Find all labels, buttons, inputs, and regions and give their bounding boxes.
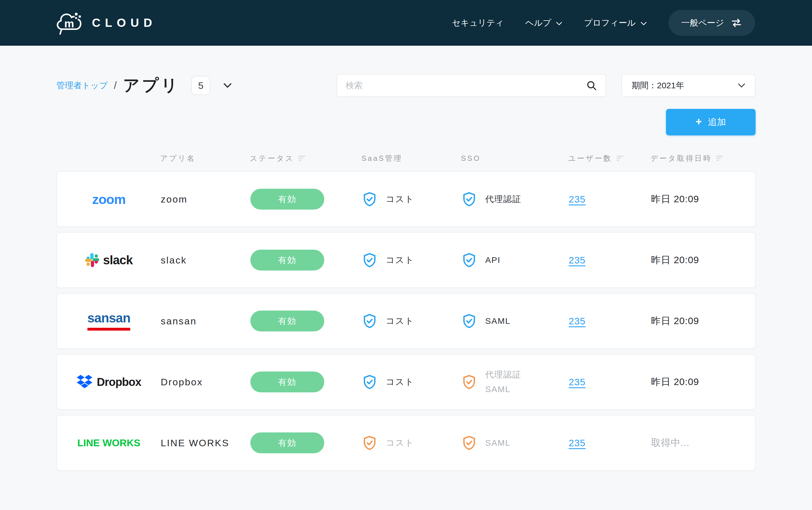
status-badge: 有効	[250, 189, 324, 209]
search-input[interactable]	[345, 81, 586, 90]
fetch-date: 昨日 20:09	[651, 254, 699, 266]
table-row: LINE WORKS LINE WORKS 有効 コスト SAML 235 取得…	[56, 415, 756, 471]
app-logo: Dropbox	[57, 375, 161, 389]
column-header[interactable]: データ取得日時	[651, 153, 756, 163]
saas-label: コスト	[386, 315, 414, 327]
sso-labels: SAML	[485, 314, 511, 328]
sso-cell: SAML	[461, 313, 569, 329]
nav-menu: セキュリティ ヘルプ プロフィール 一般ページ	[452, 10, 755, 36]
table-row: Dropbox Dropbox 有効 コスト 代理認証SAML 235 昨日 2…	[56, 354, 756, 410]
search-box	[337, 74, 606, 97]
add-button-label: 追加	[708, 116, 726, 129]
sso-labels: SAML	[485, 435, 511, 450]
saas-label: コスト	[386, 376, 414, 388]
fetch-date: 昨日 20:09	[651, 314, 699, 328]
shield-check-icon	[362, 374, 377, 390]
fetch-date: 取得中...	[651, 436, 689, 449]
svg-text:m: m	[64, 17, 74, 30]
fetch-date: 昨日 20:09	[651, 193, 699, 206]
shield-check-icon	[362, 435, 377, 451]
toolbar: 管理者トップ / アプリ 5 期間：2021年	[56, 74, 756, 97]
table-header-row: アプリ名 ステータス SaaS管理 SSO ユーザー数 データ取得日時	[56, 153, 756, 163]
period-label: 期間：2021年	[632, 80, 684, 91]
status-badge: 有効	[250, 250, 324, 271]
shield-check-icon	[461, 435, 477, 451]
column-header[interactable]: ステータス	[250, 153, 361, 163]
sso-cell: 代理認証SAML	[461, 367, 569, 397]
chevron-down-icon	[640, 22, 647, 26]
chevron-down-icon	[556, 22, 563, 26]
shield-check-icon	[461, 374, 477, 390]
fetch-date: 昨日 20:09	[651, 375, 699, 389]
shield-check-icon	[362, 252, 377, 268]
column-header[interactable]: ユーザー数	[568, 153, 651, 163]
app-logo: LINE WORKS	[57, 437, 161, 449]
brand-text: CLOUD	[92, 16, 156, 30]
sso-labels: 代理認証SAML	[485, 367, 521, 397]
saas-cell: コスト	[362, 313, 461, 329]
table-row: slack slack 有効 コスト API 235 昨日 20:09	[56, 232, 756, 288]
app-name: Dropbox	[161, 376, 250, 388]
cloud-logo-icon: m	[56, 11, 85, 35]
top-navbar: m CLOUD セキュリティ ヘルプ プロフィール 一般ページ	[0, 0, 812, 46]
title-chevron-down-icon[interactable]	[223, 83, 232, 88]
app-name: slack	[161, 255, 250, 266]
column-header[interactable]: アプリ名	[160, 153, 250, 163]
app-logo: sansan	[57, 311, 161, 331]
search-icon[interactable]	[586, 80, 597, 91]
user-count-link[interactable]: 235	[569, 194, 585, 205]
saas-label: コスト	[386, 254, 414, 266]
saas-cell: コスト	[362, 252, 461, 268]
user-count-link[interactable]: 235	[569, 316, 585, 327]
app-name: LINE WORKS	[161, 437, 250, 449]
sso-cell: 代理認証	[461, 192, 569, 207]
app-logo: slack	[57, 253, 161, 267]
page-switch-label: 一般ページ	[682, 17, 724, 29]
saas-cell: コスト	[362, 374, 461, 390]
nav-item-2[interactable]: プロフィール	[584, 17, 647, 29]
sso-labels: 代理認証	[485, 192, 521, 206]
breadcrumb-parent-link[interactable]: 管理者トップ	[56, 80, 108, 91]
status-badge: 有効	[250, 371, 324, 392]
dropbox-glyph-icon	[77, 375, 93, 389]
shield-check-icon	[461, 313, 477, 329]
status-badge: 有効	[250, 311, 324, 332]
column-header[interactable]: SaaS管理	[361, 153, 461, 163]
sort-icon[interactable]	[716, 156, 724, 161]
user-count-link[interactable]: 235	[569, 255, 585, 266]
swap-arrows-icon	[731, 18, 742, 28]
sso-cell: API	[461, 252, 569, 268]
nav-item-0[interactable]: セキュリティ	[452, 17, 504, 29]
add-button[interactable]: + 追加	[666, 109, 756, 135]
brand-logo[interactable]: m CLOUD	[56, 11, 156, 35]
page-title: アプリ	[123, 75, 180, 96]
saas-cell: コスト	[362, 192, 461, 207]
sort-icon[interactable]	[299, 156, 306, 161]
breadcrumb-separator: /	[114, 80, 117, 91]
saas-label: コスト	[386, 437, 414, 449]
slack-hash-icon	[85, 253, 99, 267]
table-body: zoom zoom 有効 コスト 代理認証 235 昨日 20:09	[56, 171, 756, 471]
breadcrumb: 管理者トップ / アプリ 5	[56, 75, 232, 96]
user-count-link[interactable]: 235	[569, 376, 585, 388]
column-header[interactable]: SSO	[461, 154, 568, 163]
app-name: sansan	[161, 316, 250, 327]
period-chevron-down-icon	[738, 83, 746, 88]
app-count-badge: 5	[191, 76, 210, 95]
shield-check-icon	[362, 192, 377, 207]
app-name: zoom	[161, 194, 250, 205]
nav-item-1[interactable]: ヘルプ	[525, 17, 563, 29]
shield-check-icon	[461, 192, 477, 207]
period-select[interactable]: 期間：2021年	[622, 74, 756, 97]
shield-check-icon	[362, 313, 377, 329]
table-row: zoom zoom 有効 コスト 代理認証 235 昨日 20:09	[56, 171, 756, 227]
user-count-link[interactable]: 235	[569, 437, 585, 449]
sort-icon[interactable]	[616, 156, 624, 161]
saas-cell: コスト	[362, 435, 461, 451]
sso-labels: API	[485, 253, 501, 267]
status-badge: 有効	[250, 432, 324, 453]
table-row: sansan sansan 有効 コスト SAML 235 昨日 20:09	[56, 293, 756, 349]
plus-icon: +	[696, 116, 702, 128]
page-switch-button[interactable]: 一般ページ	[668, 10, 755, 36]
sso-cell: SAML	[461, 435, 569, 451]
